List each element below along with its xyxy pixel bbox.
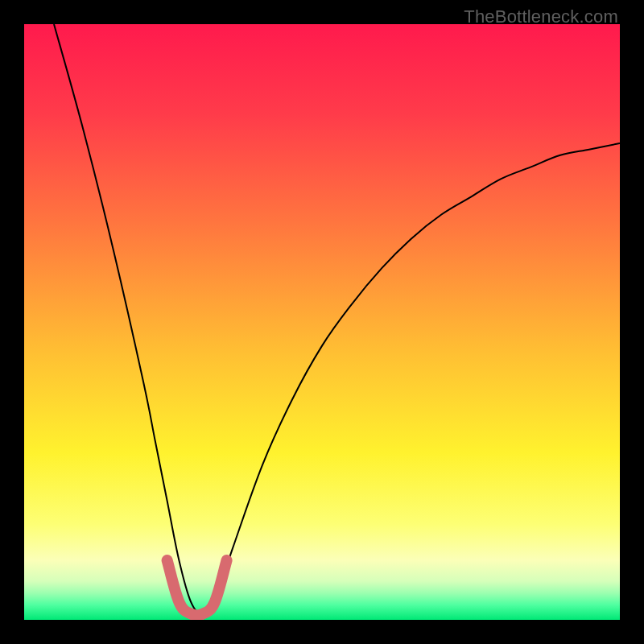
chart-frame: TheBottleneck.com — [0, 0, 644, 644]
red-overlay-curve — [167, 560, 227, 616]
black-curve — [54, 24, 620, 614]
plot-area — [24, 24, 620, 620]
chart-curves — [24, 24, 620, 620]
